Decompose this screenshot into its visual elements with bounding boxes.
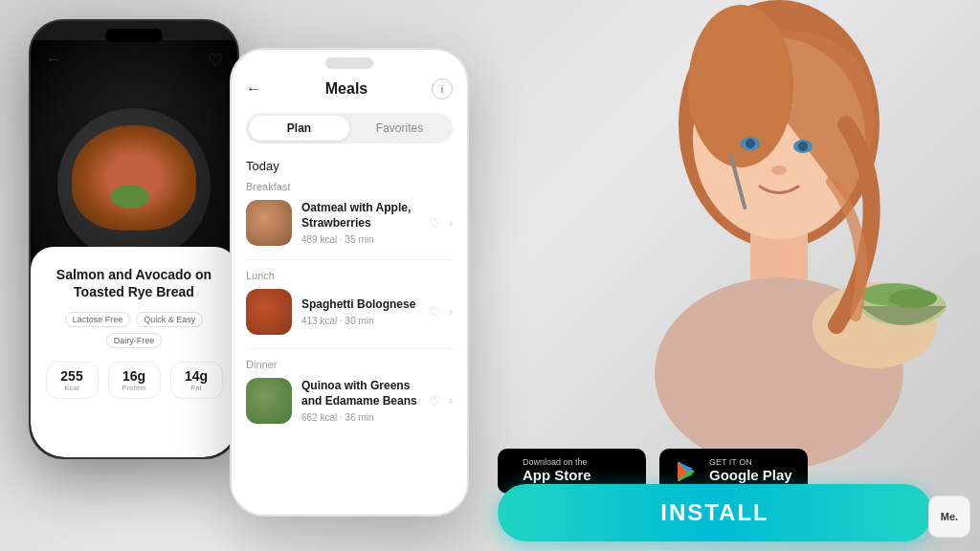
meal-image-oatmeal bbox=[246, 200, 292, 246]
meal-image-spaghetti bbox=[246, 289, 292, 335]
phone-left-notch bbox=[105, 29, 163, 42]
oatmeal-chevron-icon[interactable]: › bbox=[449, 216, 453, 230]
tag-dairy: Dairy-Free bbox=[106, 333, 163, 348]
meal-tags: Lactose Free Quick & Easy Dairy-Free bbox=[45, 312, 223, 348]
app-store-mainlabel: App Store bbox=[523, 467, 591, 484]
meal-image-quinoa bbox=[246, 378, 292, 424]
spaghetti-heart-icon[interactable]: ♡ bbox=[429, 304, 441, 320]
quinoa-name: Quinoa with Greens and Edamame Beans bbox=[301, 379, 419, 408]
tab-favorites[interactable]: Favorites bbox=[349, 116, 450, 141]
meal-row-quinoa: Quinoa with Greens and Edamame Beans 662… bbox=[246, 378, 453, 424]
meal-row-oatmeal: Oatmeal with Apple, Strawberries 489 kca… bbox=[246, 200, 453, 246]
phone-right-screen: ← Meals i Plan Favorites Today Breakfast… bbox=[232, 50, 467, 452]
svg-point-14 bbox=[889, 289, 937, 308]
favorite-icon[interactable]: ♡ bbox=[208, 50, 223, 71]
info-icon[interactable]: i bbox=[432, 78, 453, 99]
garnish bbox=[111, 185, 149, 209]
food bbox=[72, 125, 196, 231]
google-play-sublabel: GET IT ON bbox=[709, 458, 792, 467]
meal-card: Salmon and Avocado on Toasted Rye Bread … bbox=[31, 247, 237, 457]
today-label: Today bbox=[246, 159, 453, 173]
oatmeal-name: Oatmeal with Apple, Strawberries bbox=[301, 201, 419, 231]
meal-name: Salmon and Avocado on Toasted Rye Bread bbox=[45, 266, 223, 300]
tab-bar: Plan Favorites bbox=[246, 113, 453, 143]
divider-2 bbox=[246, 348, 453, 349]
back-arrow-icon[interactable]: ← bbox=[45, 50, 62, 70]
google-play-icon bbox=[675, 459, 700, 484]
stat-kcal: 255 Kcal bbox=[46, 362, 99, 399]
meal-info-quinoa: Quinoa with Greens and Edamame Beans 662… bbox=[301, 379, 419, 422]
category-breakfast: Breakfast bbox=[246, 181, 453, 192]
quinoa-meta: 662 kcal · 36 min bbox=[301, 412, 419, 423]
spaghetti-visual bbox=[246, 289, 292, 335]
quinoa-heart-icon[interactable]: ♡ bbox=[429, 393, 441, 408]
phone-right-notch bbox=[325, 57, 373, 69]
spaghetti-chevron-icon[interactable]: › bbox=[449, 305, 453, 319]
meals-header: ← Meals i bbox=[246, 78, 453, 99]
tag-lactose: Lactose Free bbox=[65, 312, 131, 327]
stat-protein: 16g Protein bbox=[108, 362, 161, 399]
meal-row-spaghetti: Spaghetti Bolognese 413 kcal · 30 min ♡ … bbox=[246, 289, 453, 335]
meal-info-spaghetti: Spaghetti Bolognese 413 kcal · 30 min bbox=[301, 298, 419, 326]
google-play-mainlabel: Google Play bbox=[709, 467, 792, 484]
category-lunch: Lunch bbox=[246, 270, 453, 281]
oatmeal-visual bbox=[246, 200, 292, 246]
quinoa-chevron-icon[interactable]: › bbox=[449, 394, 453, 408]
quinoa-visual bbox=[246, 378, 292, 424]
meal-info-oatmeal: Oatmeal with Apple, Strawberries 489 kca… bbox=[301, 201, 419, 244]
oatmeal-heart-icon[interactable]: ♡ bbox=[429, 215, 441, 231]
google-play-text: GET IT ON Google Play bbox=[709, 458, 792, 484]
meals-back-icon[interactable]: ← bbox=[246, 80, 261, 98]
meals-title: Meals bbox=[325, 80, 368, 98]
app-store-text: Download on the App Store bbox=[523, 458, 591, 484]
install-button-wrap: INSTALL bbox=[498, 484, 932, 541]
category-dinner: Dinner bbox=[246, 359, 453, 370]
spaghetti-name: Spaghetti Bolognese bbox=[301, 298, 419, 313]
oatmeal-meta: 489 kcal · 35 min bbox=[301, 234, 419, 245]
person-photo bbox=[549, 0, 951, 526]
install-button[interactable]: INSTALL bbox=[498, 484, 932, 541]
phone-left: ← ♡ Salmon and Avocado on Toasted Rye Br… bbox=[29, 19, 239, 459]
meal-stats: 255 Kcal 16g Protein 14g Fat bbox=[46, 362, 223, 399]
divider-1 bbox=[246, 259, 453, 260]
me-avatar[interactable]: Me. bbox=[928, 496, 970, 538]
quinoa-actions: ♡ › bbox=[429, 393, 453, 408]
tag-quick: Quick & Easy bbox=[136, 312, 203, 327]
svg-point-9 bbox=[771, 165, 787, 175]
stat-fat: 14g Fat bbox=[170, 362, 223, 399]
svg-point-8 bbox=[798, 142, 808, 151]
spaghetti-meta: 413 kcal · 30 min bbox=[301, 316, 419, 326]
app-store-sublabel: Download on the bbox=[523, 458, 591, 467]
svg-point-6 bbox=[746, 139, 755, 148]
spaghetti-actions: ♡ › bbox=[429, 304, 453, 320]
oatmeal-actions: ♡ › bbox=[429, 215, 453, 231]
tab-plan[interactable]: Plan bbox=[249, 116, 349, 141]
phone-right: ← Meals i Plan Favorites Today Breakfast… bbox=[230, 48, 469, 517]
